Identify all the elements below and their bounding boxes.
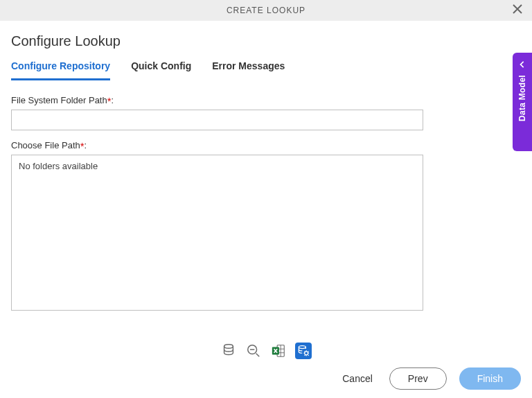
dialog-header: CREATE LOOKUP xyxy=(0,0,532,21)
database-config-icon[interactable] xyxy=(295,343,312,359)
tab-quick-config[interactable]: Quick Config xyxy=(131,55,191,80)
data-model-side-tab[interactable]: Data Model xyxy=(513,53,532,151)
tab-error-messages[interactable]: Error Messages xyxy=(212,55,285,80)
fs-path-label-text: File System Folder Path xyxy=(11,95,107,105)
chevron-left-icon xyxy=(513,58,532,71)
excel-icon[interactable] xyxy=(270,343,287,359)
fs-path-input[interactable] xyxy=(11,110,423,130)
folder-list-box[interactable]: No folders available xyxy=(11,155,423,311)
fs-path-label: File System Folder Path*: xyxy=(11,95,521,107)
tab-bar: Configure Repository Quick Config Error … xyxy=(0,55,532,81)
close-button[interactable] xyxy=(507,0,528,21)
bottom-toolbar xyxy=(0,343,532,359)
database-icon[interactable] xyxy=(220,343,237,359)
side-tab-label: Data Model xyxy=(517,75,527,121)
svg-point-9 xyxy=(299,346,305,349)
footer: Cancel Prev Finish xyxy=(0,367,532,390)
choose-path-label-text: Choose File Path xyxy=(11,140,80,150)
choose-path-label: Choose File Path*: xyxy=(11,140,521,152)
tab-configure-repository[interactable]: Configure Repository xyxy=(11,55,110,80)
form-area: File System Folder Path*: Choose File Pa… xyxy=(0,81,532,311)
close-icon xyxy=(512,3,523,17)
required-star-icon: * xyxy=(107,95,112,107)
svg-line-2 xyxy=(256,354,260,357)
cancel-button[interactable]: Cancel xyxy=(338,372,377,385)
page-title: Configure Lookup xyxy=(0,21,532,55)
no-folders-text: No folders available xyxy=(19,161,98,171)
finish-button[interactable]: Finish xyxy=(459,367,521,390)
required-star-icon: * xyxy=(80,140,85,152)
dialog-title: CREATE LOOKUP xyxy=(227,6,305,15)
svg-point-0 xyxy=(224,345,233,349)
zoom-out-icon[interactable] xyxy=(245,343,262,359)
prev-button[interactable]: Prev xyxy=(389,367,447,390)
